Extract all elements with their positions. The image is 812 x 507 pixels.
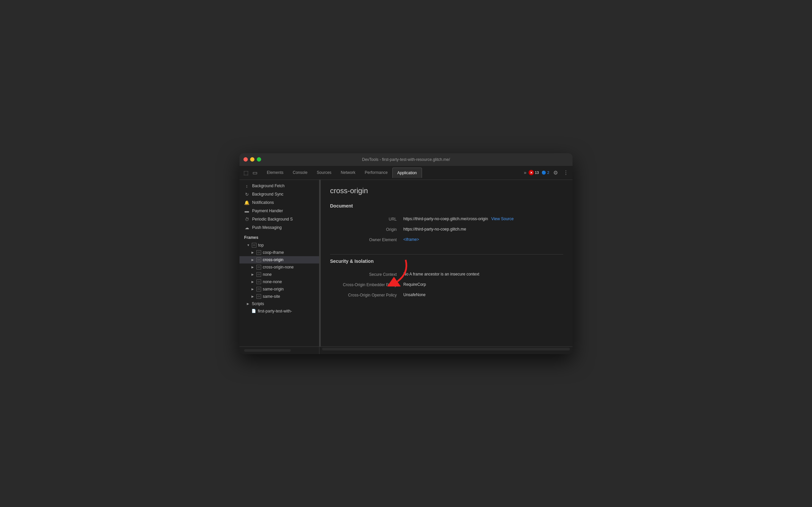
tree-item-coop-iframe[interactable]: ▶ ▭ coop-iframe: [239, 249, 319, 256]
minimize-button[interactable]: [250, 157, 254, 162]
payment-handler-icon: ▬: [244, 209, 249, 214]
tree-arrow-cross-origin-none: ▶: [251, 266, 255, 269]
tree-item-same-site[interactable]: ▶ ▭ same-site: [239, 293, 319, 300]
frames-section-title: Frames: [239, 232, 319, 241]
warning-badge[interactable]: 🔵 2: [541, 171, 549, 175]
tree-item-none-none[interactable]: ▶ ▭ none-none: [239, 278, 319, 285]
secure-context-row: Secure Context No A frame ancestor is an…: [330, 269, 563, 279]
sidebar: ↕ Background Fetch ↻ Background Sync 🔔 N…: [239, 180, 320, 346]
error-icon: ✕: [529, 170, 534, 175]
sidebar-label-periodic-background-sync: Periodic Background S: [252, 217, 293, 222]
sidebar-item-background-fetch[interactable]: ↕ Background Fetch: [239, 182, 319, 190]
error-count: 13: [535, 171, 539, 175]
sidebar-label-payment-handler: Payment Handler: [252, 209, 283, 213]
content-horizontal-scrollbar[interactable]: [322, 348, 570, 350]
maximize-button[interactable]: [257, 157, 261, 162]
devtools-icon-group: ⬚ ▭: [242, 168, 259, 177]
coop-value: UnsafeNone: [403, 292, 426, 297]
tab-console[interactable]: Console: [288, 168, 312, 177]
tab-performance[interactable]: Performance: [360, 168, 392, 177]
sidebar-item-background-sync[interactable]: ↻ Background Sync: [239, 190, 319, 199]
notifications-icon: 🔔: [244, 200, 249, 205]
tree-label-coop-iframe: coop-iframe: [263, 250, 284, 255]
close-button[interactable]: [243, 157, 248, 162]
bottom-row: [239, 346, 573, 354]
coep-row: Cross-Origin Embedder Policy RequireCorp: [330, 279, 563, 290]
document-section-title: Document: [330, 203, 563, 209]
sidebar-label-background-fetch: Background Fetch: [252, 183, 284, 188]
tree-arrow-same-origin: ▶: [251, 287, 255, 291]
coep-value: RequireCorp: [403, 282, 426, 287]
frame-icon-same-site: ▭: [256, 294, 261, 299]
owner-element-link[interactable]: <iframe>: [403, 237, 419, 242]
tree-arrow-none-none: ▶: [251, 280, 255, 283]
tree-label-same-site: same-site: [263, 294, 280, 299]
tree-item-first-party-test[interactable]: 📄 first-party-test-with-: [239, 307, 319, 315]
device-icon[interactable]: ▭: [251, 168, 259, 177]
background-fetch-icon: ↕: [244, 183, 249, 188]
devtools-window: DevTools - first-party-test-with-resourc…: [239, 153, 573, 354]
background-sync-icon: ↻: [244, 192, 249, 197]
coop-row: Cross-Origin Opener Policy UnsafeNone: [330, 290, 563, 300]
tree-label-same-origin: same-origin: [263, 287, 284, 291]
url-value: https://third-party-no-coep.glitch.me/cr…: [403, 217, 488, 221]
origin-value: https://third-party-no-coep.glitch.me: [403, 227, 466, 231]
owner-element-row: Owner Element <iframe>: [330, 234, 563, 245]
sidebar-label-push-messaging: Push Messaging: [252, 225, 282, 230]
sidebar-scrollbar[interactable]: [244, 349, 291, 352]
tree-arrow-top: ▼: [247, 243, 250, 247]
tree-item-cross-origin-none[interactable]: ▶ ▭ cross-origin-none: [239, 264, 319, 271]
error-badge[interactable]: ✕ 13: [529, 170, 539, 175]
more-options-icon[interactable]: ⋮: [562, 168, 570, 177]
frame-icon-cross-origin: ▭: [256, 258, 261, 262]
tree-arrow-scripts: ▶: [247, 302, 250, 305]
tab-application[interactable]: Application: [392, 168, 422, 178]
coep-label: Cross-Origin Embedder Policy: [330, 282, 403, 287]
settings-icon[interactable]: ⚙: [552, 168, 559, 177]
tree-label-top: top: [258, 243, 264, 247]
tab-network[interactable]: Network: [336, 168, 360, 177]
frame-icon-coop-iframe: ▭: [256, 250, 261, 255]
tree-item-scripts[interactable]: ▶ Scripts: [239, 300, 319, 307]
tree-arrow-coop-iframe: ▶: [251, 251, 255, 254]
main-layout: ↕ Background Fetch ↻ Background Sync 🔔 N…: [239, 180, 573, 346]
frame-icon-none: ▭: [256, 272, 261, 277]
sidebar-item-push-messaging[interactable]: ☁ Push Messaging: [239, 224, 319, 232]
tab-sources[interactable]: Sources: [312, 168, 336, 177]
sidebar-item-payment-handler[interactable]: ▬ Payment Handler: [239, 207, 319, 215]
sidebar-item-periodic-background-sync[interactable]: ⏱ Periodic Background S: [239, 215, 319, 224]
tree-label-cross-origin: cross-origin: [263, 258, 283, 262]
origin-label: Origin: [330, 227, 403, 232]
origin-row: Origin https://third-party-no-coep.glitc…: [330, 224, 563, 234]
frame-icon-cross-origin-none: ▭: [256, 265, 261, 270]
sidebar-label-notifications: Notifications: [252, 200, 274, 205]
tree-item-same-origin[interactable]: ▶ ▭ same-origin: [239, 285, 319, 293]
frame-icon-same-origin: ▭: [256, 287, 261, 291]
owner-element-label: Owner Element: [330, 237, 403, 242]
section-divider: [330, 254, 563, 255]
inspect-icon[interactable]: ⬚: [242, 168, 250, 177]
content-bottom: [320, 347, 573, 354]
sidebar-item-notifications[interactable]: 🔔 Notifications: [239, 199, 319, 207]
view-source-link[interactable]: View Source: [491, 217, 514, 221]
file-icon-first-party-test: 📄: [251, 309, 256, 313]
tree-label-none-none: none-none: [263, 279, 282, 284]
tree-arrow-none: ▶: [251, 273, 255, 276]
tree-item-top[interactable]: ▼ ▭ top: [239, 241, 319, 249]
tree-label-first-party-test: first-party-test-with-: [258, 309, 292, 314]
tree-item-none[interactable]: ▶ ▭ none: [239, 271, 319, 278]
tab-bar: ⬚ ▭ Elements Console Sources Network Per…: [239, 166, 573, 180]
frame-icon-top: ▭: [252, 243, 256, 247]
more-tabs-button[interactable]: »: [522, 169, 529, 177]
tab-bar-actions: ✕ 13 🔵 2 ⚙ ⋮: [529, 168, 570, 177]
tree-item-cross-origin[interactable]: ▶ ▭ cross-origin: [239, 256, 319, 264]
security-section-title: Security & Isolation: [330, 259, 563, 264]
push-messaging-icon: ☁: [244, 225, 249, 230]
warning-icon: 🔵: [541, 171, 546, 175]
page-title: cross-origin: [330, 186, 563, 195]
tab-elements[interactable]: Elements: [262, 168, 288, 177]
tree-label-scripts: Scripts: [252, 301, 264, 306]
secure-context-label: Secure Context: [330, 272, 403, 277]
tree-label-none: none: [263, 272, 272, 277]
security-section: Security & Isolation Secure Context No A…: [330, 259, 563, 300]
